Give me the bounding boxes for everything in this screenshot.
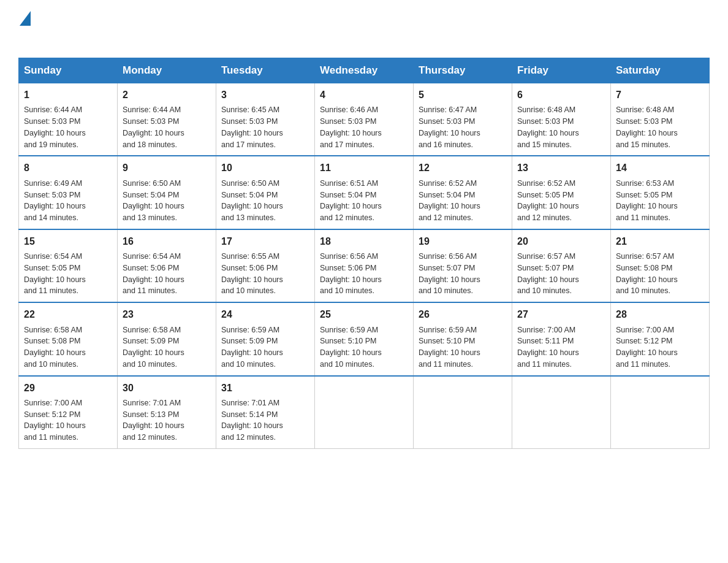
calendar-cell: 1 Sunrise: 6:44 AMSunset: 5:03 PMDayligh… [19, 83, 118, 156]
day-info: Sunrise: 7:00 AMSunset: 5:11 PMDaylight:… [517, 326, 579, 369]
col-header-monday: Monday [118, 58, 216, 83]
col-header-tuesday: Tuesday [216, 58, 315, 83]
calendar-cell [512, 376, 611, 449]
calendar-cell: 11 Sunrise: 6:51 AMSunset: 5:04 PMDaylig… [315, 156, 414, 229]
day-number: 13 [517, 161, 605, 175]
day-info: Sunrise: 6:59 AMSunset: 5:09 PMDaylight:… [221, 326, 283, 369]
calendar-cell: 30 Sunrise: 7:01 AMSunset: 5:13 PMDaylig… [118, 376, 216, 449]
col-header-friday: Friday [512, 58, 611, 83]
day-number: 26 [419, 308, 507, 321]
day-number: 25 [320, 308, 408, 321]
day-info: Sunrise: 6:49 AMSunset: 5:03 PMDaylight:… [24, 179, 86, 222]
calendar-cell: 12 Sunrise: 6:52 AMSunset: 5:04 PMDaylig… [414, 156, 512, 229]
calendar-cell: 28 Sunrise: 7:00 AMSunset: 5:12 PMDaylig… [611, 302, 710, 375]
calendar-cell: 24 Sunrise: 6:59 AMSunset: 5:09 PMDaylig… [216, 302, 315, 375]
day-info: Sunrise: 6:57 AMSunset: 5:07 PMDaylight:… [517, 252, 579, 295]
calendar-cell: 17 Sunrise: 6:55 AMSunset: 5:06 PMDaylig… [216, 229, 315, 302]
day-info: Sunrise: 6:56 AMSunset: 5:07 PMDaylight:… [419, 252, 480, 295]
day-number: 2 [123, 88, 211, 102]
day-number: 22 [24, 308, 112, 321]
day-number: 8 [24, 161, 112, 175]
col-header-saturday: Saturday [611, 58, 710, 83]
day-number: 15 [24, 235, 112, 248]
day-info: Sunrise: 7:01 AMSunset: 5:13 PMDaylight:… [123, 399, 184, 442]
calendar-cell: 13 Sunrise: 6:52 AMSunset: 5:05 PMDaylig… [512, 156, 611, 229]
calendar-header-row: SundayMondayTuesdayWednesdayThursdayFrid… [19, 58, 710, 83]
day-info: Sunrise: 7:00 AMSunset: 5:12 PMDaylight:… [616, 326, 678, 369]
col-header-wednesday: Wednesday [315, 58, 414, 83]
calendar-cell: 22 Sunrise: 6:58 AMSunset: 5:08 PMDaylig… [19, 302, 118, 375]
day-info: Sunrise: 6:48 AMSunset: 5:03 PMDaylight:… [517, 105, 579, 148]
calendar-cell [315, 376, 414, 449]
calendar-cell: 2 Sunrise: 6:44 AMSunset: 5:03 PMDayligh… [118, 83, 216, 156]
day-info: Sunrise: 6:53 AMSunset: 5:05 PMDaylight:… [616, 179, 678, 222]
calendar-cell: 3 Sunrise: 6:45 AMSunset: 5:03 PMDayligh… [216, 83, 315, 156]
day-number: 30 [123, 381, 211, 395]
day-info: Sunrise: 6:44 AMSunset: 5:03 PMDaylight:… [123, 105, 184, 148]
day-number: 3 [221, 88, 309, 102]
day-number: 14 [616, 161, 704, 175]
day-info: Sunrise: 6:59 AMSunset: 5:10 PMDaylight:… [320, 326, 382, 369]
calendar-cell: 19 Sunrise: 6:56 AMSunset: 5:07 PMDaylig… [414, 229, 512, 302]
day-number: 19 [419, 235, 507, 248]
day-info: Sunrise: 6:58 AMSunset: 5:09 PMDaylight:… [123, 326, 184, 369]
day-number: 11 [320, 161, 408, 175]
day-number: 18 [320, 235, 408, 248]
col-header-sunday: Sunday [19, 58, 118, 83]
day-info: Sunrise: 6:58 AMSunset: 5:08 PMDaylight:… [24, 326, 86, 369]
calendar-cell: 8 Sunrise: 6:49 AMSunset: 5:03 PMDayligh… [19, 156, 118, 229]
day-number: 24 [221, 308, 309, 321]
calendar-week-row: 8 Sunrise: 6:49 AMSunset: 5:03 PMDayligh… [19, 156, 710, 229]
day-number: 23 [123, 308, 211, 321]
day-number: 29 [24, 381, 112, 395]
day-info: Sunrise: 6:57 AMSunset: 5:08 PMDaylight:… [616, 252, 678, 295]
page-header [18, 12, 710, 45]
day-info: Sunrise: 6:52 AMSunset: 5:05 PMDaylight:… [517, 179, 579, 222]
calendar-cell: 20 Sunrise: 6:57 AMSunset: 5:07 PMDaylig… [512, 229, 611, 302]
calendar-cell: 27 Sunrise: 7:00 AMSunset: 5:11 PMDaylig… [512, 302, 611, 375]
day-number: 1 [24, 88, 112, 102]
calendar-cell [611, 376, 710, 449]
day-number: 28 [616, 308, 704, 321]
col-header-thursday: Thursday [414, 58, 512, 83]
day-info: Sunrise: 6:54 AMSunset: 5:06 PMDaylight:… [123, 252, 184, 295]
calendar-week-row: 1 Sunrise: 6:44 AMSunset: 5:03 PMDayligh… [19, 83, 710, 156]
day-info: Sunrise: 7:01 AMSunset: 5:14 PMDaylight:… [221, 399, 283, 442]
calendar-cell: 5 Sunrise: 6:47 AMSunset: 5:03 PMDayligh… [414, 83, 512, 156]
day-info: Sunrise: 6:52 AMSunset: 5:04 PMDaylight:… [419, 179, 480, 222]
calendar-cell: 14 Sunrise: 6:53 AMSunset: 5:05 PMDaylig… [611, 156, 710, 229]
calendar-cell: 10 Sunrise: 6:50 AMSunset: 5:04 PMDaylig… [216, 156, 315, 229]
calendar-cell: 26 Sunrise: 6:59 AMSunset: 5:10 PMDaylig… [414, 302, 512, 375]
logo [18, 12, 31, 45]
day-number: 6 [517, 88, 605, 102]
day-number: 10 [221, 161, 309, 175]
day-number: 4 [320, 88, 408, 102]
day-number: 12 [419, 161, 507, 175]
calendar-table: SundayMondayTuesdayWednesdayThursdayFrid… [18, 58, 710, 449]
svg-marker-0 [20, 11, 31, 26]
day-info: Sunrise: 6:46 AMSunset: 5:03 PMDaylight:… [320, 105, 382, 148]
calendar-cell: 16 Sunrise: 6:54 AMSunset: 5:06 PMDaylig… [118, 229, 216, 302]
calendar-cell: 18 Sunrise: 6:56 AMSunset: 5:06 PMDaylig… [315, 229, 414, 302]
day-number: 17 [221, 235, 309, 248]
day-info: Sunrise: 6:44 AMSunset: 5:03 PMDaylight:… [24, 105, 86, 148]
calendar-cell: 23 Sunrise: 6:58 AMSunset: 5:09 PMDaylig… [118, 302, 216, 375]
calendar-cell: 25 Sunrise: 6:59 AMSunset: 5:10 PMDaylig… [315, 302, 414, 375]
day-info: Sunrise: 6:47 AMSunset: 5:03 PMDaylight:… [419, 105, 480, 148]
day-info: Sunrise: 6:50 AMSunset: 5:04 PMDaylight:… [221, 179, 283, 222]
day-number: 21 [616, 235, 704, 248]
day-number: 20 [517, 235, 605, 248]
logo-triangle-icon [20, 11, 31, 26]
day-info: Sunrise: 6:45 AMSunset: 5:03 PMDaylight:… [221, 105, 283, 148]
calendar-cell: 31 Sunrise: 7:01 AMSunset: 5:14 PMDaylig… [216, 376, 315, 449]
calendar-cell: 29 Sunrise: 7:00 AMSunset: 5:12 PMDaylig… [19, 376, 118, 449]
calendar-cell [414, 376, 512, 449]
calendar-cell: 4 Sunrise: 6:46 AMSunset: 5:03 PMDayligh… [315, 83, 414, 156]
calendar-week-row: 15 Sunrise: 6:54 AMSunset: 5:05 PMDaylig… [19, 229, 710, 302]
day-info: Sunrise: 6:48 AMSunset: 5:03 PMDaylight:… [616, 105, 678, 148]
day-info: Sunrise: 6:50 AMSunset: 5:04 PMDaylight:… [123, 179, 184, 222]
day-info: Sunrise: 7:00 AMSunset: 5:12 PMDaylight:… [24, 399, 86, 442]
calendar-cell: 6 Sunrise: 6:48 AMSunset: 5:03 PMDayligh… [512, 83, 611, 156]
calendar-cell: 9 Sunrise: 6:50 AMSunset: 5:04 PMDayligh… [118, 156, 216, 229]
calendar-cell: 21 Sunrise: 6:57 AMSunset: 5:08 PMDaylig… [611, 229, 710, 302]
